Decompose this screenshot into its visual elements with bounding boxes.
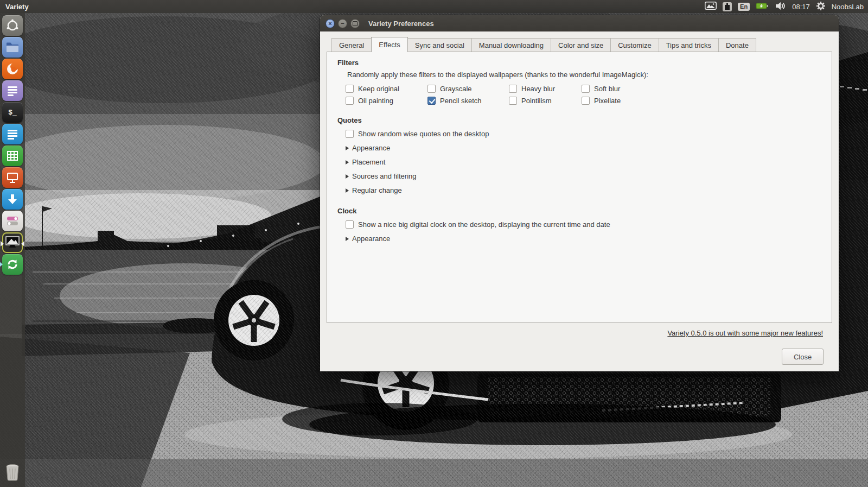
triangle-right-icon [346,174,349,179]
expander-quotes-sources-and-filtering[interactable]: Sources and filtering [346,172,823,180]
triangle-right-icon [346,146,349,150]
variety-tray-icon[interactable] [705,2,717,11]
tab-color-and-size[interactable]: Color and size [551,38,610,52]
focused-arrow-left-icon [1,241,4,246]
quotes-show-checkbox-row[interactable]: Show random wise quotes on the desktop [346,130,823,138]
quotes-heading: Quotes [337,116,823,124]
sync-icon[interactable] [2,254,23,275]
terminal-icon[interactable]: $_ [2,102,23,123]
top-panel: Variety En 08:17 NoobsLab [0,0,868,13]
running-arrow-icon [0,262,3,267]
system-tray: En 08:17 NoobsLab [705,1,864,12]
clock-indicator[interactable]: 08:17 [792,3,810,11]
checkbox[interactable] [582,97,590,105]
filter-oil-painting[interactable]: Oil painting [346,97,427,105]
download-icon[interactable] [2,189,23,210]
filters-description: Randomly apply these filters to the disp… [347,71,823,79]
checkbox[interactable] [509,85,517,93]
trash-icon[interactable] [4,463,21,484]
filter-pixellate[interactable]: Pixellate [582,97,823,105]
triangle-right-icon [346,237,349,241]
checkbox[interactable] [346,220,354,229]
ubuntu-dash-icon[interactable] [2,15,23,36]
network-icon[interactable] [723,2,732,11]
expander-quotes-regular-change[interactable]: Regular change [346,186,823,194]
clock-heading: Clock [337,207,823,215]
volume-icon[interactable] [775,2,786,12]
window-minimize-icon[interactable]: − [338,19,347,28]
triangle-right-icon [346,160,349,165]
tab-customize[interactable]: Customize [610,38,658,52]
firefox-icon[interactable] [2,59,23,79]
checkbox[interactable] [346,97,354,105]
desktop: Variety En 08:17 NoobsLab [0,0,868,487]
expander-quotes-placement[interactable]: Placement [346,158,823,166]
notes-icon[interactable] [2,80,23,101]
variety-icon[interactable] [2,232,23,253]
writer-icon[interactable] [2,124,23,144]
triangle-right-icon [346,188,349,193]
checkbox[interactable] [427,97,436,105]
window-titlebar[interactable]: × − Variety Preferences [320,15,839,31]
files-icon[interactable] [2,37,23,58]
filter-soft-blur[interactable]: Soft blur [582,85,823,93]
impress-icon[interactable] [2,167,23,188]
app-menu-title[interactable]: Variety [5,3,29,11]
tab-manual-downloading[interactable]: Manual downloading [471,38,551,52]
filter-keep-original[interactable]: Keep original [346,85,427,93]
window-maximize-icon[interactable] [350,19,360,28]
keyboard-layout-badge[interactable]: En [738,3,750,11]
calc-icon[interactable] [2,146,23,166]
checkbox[interactable] [346,85,354,93]
tab-bar: General Effects Sync and social Manual d… [327,37,832,52]
session-username[interactable]: NoobsLab [832,3,864,11]
battery-icon[interactable] [756,2,769,11]
filter-pencil-sketch[interactable]: Pencil sketch [427,97,509,105]
filters-heading: Filters [337,59,823,67]
dialog-footer: Variety 0.5.0 is out with some major new… [327,323,832,372]
tab-tips-and-tricks[interactable]: Tips and tricks [659,38,718,52]
effects-tab-page: Filters Randomly apply these filters to … [327,52,832,323]
expander-quotes-appearance[interactable]: Appearance [346,144,823,152]
gear-icon[interactable] [816,1,826,12]
filter-pointilism[interactable]: Pointilism [509,97,582,105]
focused-arrow-right-icon [21,241,24,246]
close-button[interactable]: Close [782,349,824,365]
checkbox[interactable] [509,97,517,105]
expander-clock-appearance[interactable]: Appearance [346,235,823,243]
checkbox[interactable] [582,85,590,93]
checkbox[interactable] [427,85,436,93]
unity-launcher: $_ [0,13,25,487]
tab-effects[interactable]: Effects [371,37,408,52]
window-close-icon[interactable]: × [326,19,335,28]
checkbox[interactable] [346,130,354,138]
update-link[interactable]: Variety 0.5.0 is out with some major new… [667,329,823,337]
tab-general[interactable]: General [331,38,371,52]
tab-donate[interactable]: Donate [718,38,756,52]
clock-show-checkbox-row[interactable]: Show a nice big digital clock on the des… [346,220,823,229]
settings-icon[interactable] [2,211,23,231]
variety-preferences-window: × − Variety Preferences General Effects … [320,15,839,371]
filter-options-grid: Keep original Grayscale Heavy blur Soft … [346,85,823,105]
tab-sync-and-social[interactable]: Sync and social [408,38,471,52]
filter-heavy-blur[interactable]: Heavy blur [509,85,582,93]
filter-grayscale[interactable]: Grayscale [427,85,509,93]
window-title: Variety Preferences [368,20,434,28]
